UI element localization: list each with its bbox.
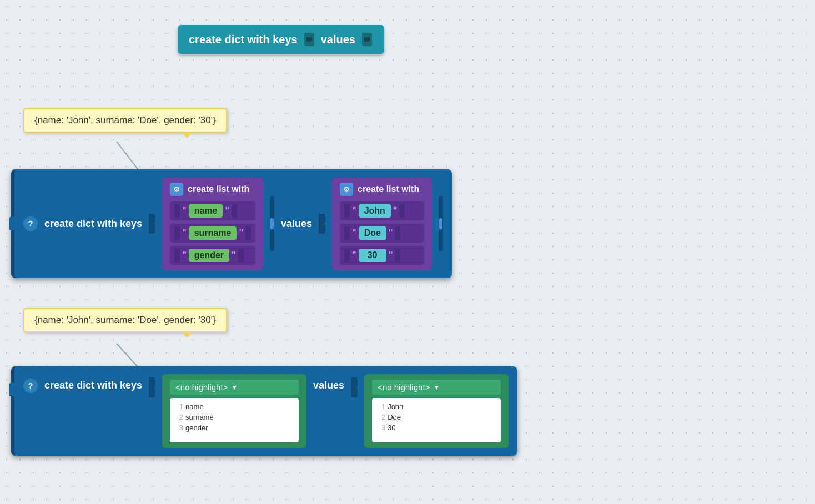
right-notch-surname	[245, 226, 251, 240]
values-label-2: values	[313, 380, 344, 391]
values-linenum-1: 1	[376, 402, 385, 411]
open-quote-name: "	[182, 206, 187, 216]
left-notch-30	[344, 249, 350, 262]
scrollbar-thumb-1	[270, 218, 274, 229]
left-notch-1	[9, 217, 14, 230]
right-notch-name	[232, 204, 237, 218]
keys-notch-2	[149, 377, 155, 397]
val-doe: Doe	[359, 226, 386, 240]
values-list-block-1: ⚙ create list with " John "	[332, 177, 432, 270]
values-lineval-3: 30	[388, 424, 395, 432]
top-dict-block[interactable]: create dict with keys values	[178, 25, 384, 54]
values-connector-icon	[361, 32, 373, 47]
keys-notch-1	[149, 214, 155, 234]
values-lineval-2: Doe	[388, 413, 401, 421]
right-notch-john	[399, 204, 405, 218]
values-linenum-3: 3	[376, 424, 385, 432]
open-quote-gender: "	[182, 250, 187, 260]
tooltip-2-text: {name: 'John', surname: 'Doe', gender: '…	[34, 315, 216, 325]
values-lineval-1: John	[388, 402, 403, 411]
close-quote-surname: "	[239, 228, 243, 238]
scrollbar-2[interactable]	[439, 196, 443, 251]
open-quote-john: "	[352, 206, 356, 216]
keys-lineval-2: surname	[185, 413, 214, 421]
create-dict-label-2: create dict with keys	[44, 380, 142, 391]
keys-row-3: 3 gender	[174, 422, 294, 433]
keys-row-2: 2 surname	[174, 412, 294, 422]
gear-btn-keys-1[interactable]: ⚙	[170, 183, 183, 196]
tooltip-block-1: {name: 'John', surname: 'Doe', gender: '…	[23, 108, 227, 133]
keys-green-block: <no highlight> ▼ 1 name 2 surname 3 gend…	[162, 374, 306, 448]
keys-lineval-1: name	[185, 402, 204, 411]
values-label-top: values	[321, 33, 355, 46]
scrollbar-1[interactable]	[270, 196, 274, 251]
left-notch-name	[174, 204, 180, 218]
keys-connector-icon	[303, 32, 315, 47]
right-notch-30	[395, 249, 400, 262]
open-quote-30: "	[352, 250, 356, 260]
values-dropdown-label: <no highlight>	[378, 382, 430, 392]
help-button-2[interactable]: ?	[23, 379, 38, 393]
values-textarea[interactable]: 1 John 2 Doe 3 30	[372, 398, 501, 442]
keys-linenum-2: 2	[174, 413, 183, 421]
keys-dropdown-arrow: ▼	[231, 384, 238, 391]
right-notch-doe	[395, 226, 400, 240]
keys-lineval-3: gender	[185, 424, 208, 432]
svg-rect-3	[364, 37, 370, 42]
val-30: 30	[359, 249, 386, 262]
top-block-label: create dict with keys	[189, 33, 298, 46]
keys-linenum-1: 1	[174, 402, 183, 411]
values-notch-2	[351, 377, 358, 397]
help-button-1[interactable]: ?	[23, 216, 38, 231]
create-list-label-keys-1: create list with	[188, 184, 249, 194]
key-value-surname: surname	[189, 226, 237, 240]
main-block-2[interactable]: ? create dict with keys <no highlight> ▼…	[11, 366, 517, 456]
create-list-label-values-1: create list with	[358, 184, 419, 194]
gear-btn-values-1[interactable]: ⚙	[340, 183, 353, 196]
values-row-1: 1 John	[376, 401, 496, 412]
key-value-gender: gender	[189, 249, 229, 262]
left-notch-2	[9, 383, 14, 396]
key-value-name: name	[189, 204, 223, 218]
svg-rect-1	[306, 37, 312, 42]
values-linenum-2: 2	[376, 413, 385, 421]
open-quote-doe: "	[352, 228, 356, 238]
close-quote-doe: "	[389, 228, 393, 238]
tooltip-1-text: {name: 'John', surname: 'Doe', gender: '…	[34, 115, 216, 125]
tooltip-block-2: {name: 'John', surname: 'Doe', gender: '…	[23, 308, 227, 332]
left-notch-gender	[174, 249, 180, 262]
values-row-3: 3 30	[376, 422, 496, 433]
values-row-2: 2 Doe	[376, 412, 496, 422]
right-notch-gender	[238, 249, 244, 262]
value-item-doe: " Doe "	[340, 224, 424, 243]
values-dropdown-arrow: ▼	[433, 384, 440, 391]
keys-textarea[interactable]: 1 name 2 surname 3 gender	[170, 398, 299, 442]
close-quote-john: "	[393, 206, 398, 216]
values-notch-1	[319, 214, 325, 234]
val-john: John	[359, 204, 391, 218]
keys-dropdown-label: <no highlight>	[175, 382, 228, 392]
keys-row-1: 1 name	[174, 401, 294, 412]
left-notch-doe	[344, 226, 350, 240]
left-notch-john	[344, 204, 350, 218]
scrollbar-thumb-2	[439, 218, 442, 229]
values-dropdown[interactable]: <no highlight> ▼	[372, 380, 501, 395]
left-notch-surname	[174, 226, 180, 240]
keys-list-block-1: ⚙ create list with " name "	[162, 177, 263, 270]
close-quote-name: "	[225, 206, 229, 216]
key-item-gender: " gender "	[170, 246, 255, 265]
value-item-30: " 30 "	[340, 246, 424, 265]
keys-dropdown[interactable]: <no highlight> ▼	[170, 380, 299, 395]
open-quote-surname: "	[182, 228, 187, 238]
key-item-surname: " surname "	[170, 224, 255, 243]
values-label-1: values	[281, 218, 312, 230]
close-quote-30: "	[389, 250, 393, 260]
keys-linenum-3: 3	[174, 424, 183, 432]
close-quote-gender: "	[232, 250, 236, 260]
values-green-block: <no highlight> ▼ 1 John 2 Doe 3 30	[364, 374, 509, 448]
value-item-john: " John "	[340, 201, 424, 220]
key-item-name: " name "	[170, 201, 255, 220]
create-dict-label-1: create dict with keys	[44, 218, 142, 230]
main-block-1[interactable]: ? create dict with keys ⚙ create list wi…	[11, 169, 452, 278]
